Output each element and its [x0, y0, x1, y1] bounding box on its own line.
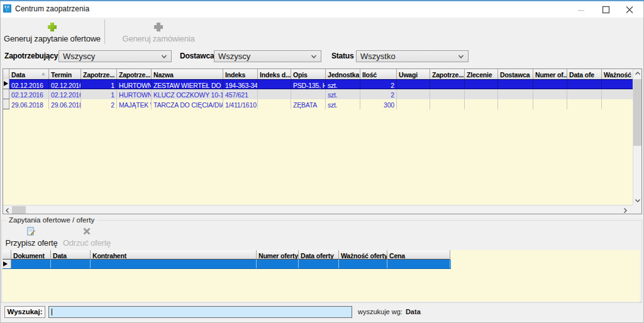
column-header[interactable]: Data — [9, 69, 49, 79]
scroll-left-icon[interactable] — [5, 207, 10, 214]
column-header[interactable]: Dostawca — [498, 69, 533, 79]
demand-grid-cell — [465, 79, 498, 89]
column-header[interactable]: Nazwa — [152, 69, 223, 79]
close-button[interactable] — [618, 1, 641, 18]
demand-grid-cell — [465, 89, 498, 99]
generate-rfq-button[interactable]: Generuj zapytanie ofertowe — [3, 19, 101, 46]
demand-grid-cell: szt. — [326, 89, 360, 99]
demand-grid-cell — [498, 89, 533, 99]
demand-grid-cell: 02.12.2016 — [49, 89, 81, 99]
vertical-scrollbar[interactable] — [633, 69, 641, 205]
column-header[interactable]: Opis — [291, 69, 326, 79]
maximize-button[interactable] — [594, 1, 618, 18]
offers-grid-cell — [387, 260, 450, 268]
demand-grid-cell — [397, 99, 430, 109]
demand-grid-cell — [533, 89, 567, 99]
search-button[interactable]: Wyszukaj: — [4, 306, 45, 318]
column-header[interactable]: Uwagi — [397, 69, 430, 79]
search-input[interactable] — [48, 306, 352, 318]
window-title: Centrum zaopatrzenia — [15, 1, 89, 17]
demand-grid-row[interactable]: 02.12.201602.12.20161HURTOWNIAKLUCZ OCZK… — [3, 89, 633, 99]
scroll-right-icon[interactable] — [623, 207, 628, 214]
vertical-scroll-thumb[interactable] — [633, 79, 641, 146]
row-indicator-cell — [3, 99, 9, 109]
offers-groupbox-title: Zapytania ofertowe / oferty — [6, 216, 97, 224]
demand-grid-cell — [567, 79, 602, 89]
demand-grid-row[interactable]: 02.12.201602.12.20161HURTOWNIAZESTAW WIE… — [3, 79, 633, 89]
column-header[interactable]: Jednostka — [326, 69, 360, 79]
column-header[interactable]: Data ofe — [567, 69, 602, 79]
requester-filter-label: Zapotrzebujący — [4, 50, 58, 62]
column-header[interactable]: Indeks d... — [258, 69, 291, 79]
column-header[interactable]: Data oferty — [299, 250, 339, 260]
column-header[interactable]: Zapotrze... — [81, 69, 117, 79]
assign-offer-button[interactable]: Przypisz ofertę — [4, 227, 59, 248]
offers-grid-cell — [11, 260, 51, 268]
demand-grid-cell — [430, 79, 465, 89]
column-header[interactable]: Data — [51, 250, 91, 260]
demand-grid-cell — [602, 99, 634, 109]
column-header[interactable]: Indeks — [223, 69, 258, 79]
column-header[interactable]: Ważność oferty — [339, 250, 387, 260]
status-filter-dropdown[interactable]: Wszystko — [356, 50, 469, 62]
column-header[interactable]: Zapotrze... — [430, 69, 465, 79]
demand-grid-cell — [397, 89, 430, 99]
demand-grid: DataTerminZapotrze...Zapotrze...NazwaInd… — [3, 68, 642, 214]
horizontal-scrollbar[interactable] — [3, 205, 633, 214]
demand-grid-cell: szt. — [326, 79, 360, 89]
demand-grid-cell: TARCZA DO CIĘCIA/DIAM — [152, 99, 223, 109]
demand-grid-cell — [258, 79, 291, 89]
demand-grid-cell: 1 — [81, 89, 117, 99]
app-icon — [3, 4, 11, 13]
demand-grid-cell: 02.12.2016 — [9, 89, 49, 99]
demand-grid-cell: 02.12.2016 — [49, 79, 81, 89]
demand-grid-cell: KLUCZ OCZKOWY 10-13 — [152, 89, 223, 99]
search-hint: wyszukuje wg:Data — [358, 306, 421, 318]
supplier-filter-value: Wszyscy — [218, 52, 250, 61]
column-header[interactable]: Dokument — [11, 250, 51, 260]
demand-grid-cell — [258, 89, 291, 99]
reject-offer-button[interactable]: Odrzuć ofertę — [61, 227, 113, 248]
generate-orders-label: Generuj zamówienia — [108, 34, 209, 43]
demand-grid-cell — [533, 99, 567, 109]
generate-orders-button[interactable]: Generuj zamówienia — [108, 19, 209, 46]
column-header[interactable]: Ważność — [602, 69, 634, 79]
column-header[interactable]: Ilość — [360, 69, 397, 79]
demand-grid-cell — [291, 89, 326, 99]
demand-grid-cell — [430, 99, 465, 109]
scroll-up-icon[interactable] — [635, 71, 641, 76]
column-header[interactable]: Zlecenie — [465, 69, 498, 79]
text-caret — [52, 309, 52, 315]
status-filter-label: Status — [331, 50, 353, 62]
demand-grid-cell: PSD-135, HSS — [291, 79, 326, 89]
demand-grid-cell — [498, 79, 533, 89]
offers-grid-selected-row[interactable] — [3, 260, 451, 269]
minimize-button[interactable] — [569, 1, 593, 18]
demand-grid-cell: ZĘBATA — [291, 99, 326, 109]
chevron-down-icon — [458, 52, 464, 61]
assign-offer-icon — [27, 227, 36, 236]
column-header[interactable]: Zapotrze... — [117, 69, 152, 79]
toolbar: Generuj zapytanie ofertowe Generuj zamów… — [0, 18, 644, 48]
demand-grid-row[interactable]: 29.06.201829.06.20182MAJĄTEK WTARCZA DO … — [3, 99, 633, 109]
supplier-filter-dropdown[interactable]: Wszyscy — [214, 50, 321, 62]
demand-grid-cell: 300 — [360, 99, 397, 109]
column-header[interactable]: Numer of... — [533, 69, 567, 79]
offers-grid-cell — [91, 260, 257, 268]
demand-grid-cell — [602, 79, 634, 89]
demand-grid-cell — [567, 89, 602, 99]
scrollbar-corner — [633, 205, 641, 214]
demand-grid-cell: szt. — [326, 99, 360, 109]
demand-grid-cell: 194-363-340 — [223, 79, 258, 89]
column-header[interactable]: Termin — [49, 69, 81, 79]
requester-filter-dropdown[interactable]: Wszyscy — [58, 50, 172, 62]
column-header[interactable]: Numer oferty — [257, 250, 299, 260]
demand-grid-cell: 1/411/1610 — [223, 99, 258, 109]
demand-grid-cell: HURTOWNIA — [117, 79, 152, 89]
horizontal-scroll-thumb[interactable] — [12, 206, 26, 214]
scroll-down-icon[interactable] — [635, 198, 641, 203]
requester-filter-value: Wszyscy — [63, 52, 95, 61]
column-header[interactable]: Kontrahent — [91, 250, 257, 260]
demand-grid-cell — [567, 99, 602, 109]
column-header[interactable]: Cena — [387, 250, 450, 260]
